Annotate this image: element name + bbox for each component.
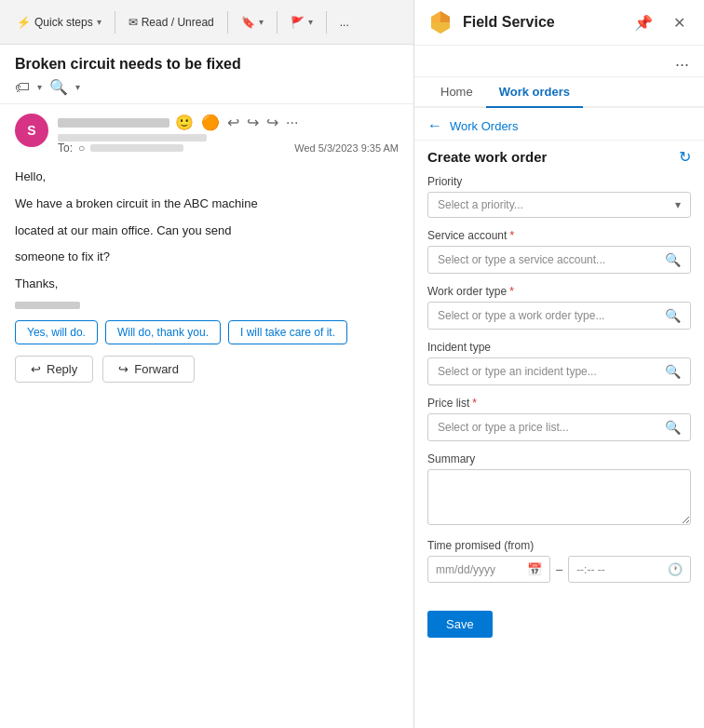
service-account-input[interactable]: Select or type a service account... 🔍 [427,246,691,274]
envelope-icon: ✉ [129,16,138,29]
summary-label: Summary [427,452,691,465]
summary-textarea[interactable] [427,469,691,525]
work-order-type-input[interactable]: Select or type a work order type... 🔍 [427,302,691,330]
quick-steps-button[interactable]: ⚡ Quick steps ▾ [9,12,109,33]
service-account-label-text: Service account [427,229,507,242]
more-email-icon[interactable]: ··· [286,115,298,131]
date-placeholder: mm/dd/yyyy [436,563,495,576]
email-meta-icons: 🙂 🟠 ↩ ↪ ↪ ··· [175,114,298,131]
email-subject-title: Broken circuit needs to be fixed [15,56,399,73]
work-orders-nav-title[interactable]: Work Orders [450,119,518,133]
zoom-chevron-icon: ▾ [75,82,80,92]
left-panel: ⚡ Quick steps ▾ ✉ Read / Unread 🔖 ▾ 🚩 ▾ … [0,0,414,728]
to-row: To: ○ Wed 5/3/2023 9:35 AM [58,142,399,155]
time-input[interactable]: --:-- -- 🕐 [568,556,691,583]
form-content: Create work order ↻ Priority Select a pr… [414,141,704,728]
work-order-type-label-text: Work order type [427,285,507,298]
priority-chevron-icon: ▾ [675,198,681,211]
field-service-title: Field Service [463,14,619,31]
save-button[interactable]: Save [427,611,493,638]
date-input[interactable]: mm/dd/yyyy 📅 [427,556,550,583]
forward-arrow-icon: ↪ [118,362,129,376]
quick-reply-2[interactable]: Will do, thank you. [105,320,221,344]
summary-field: Summary [427,452,691,528]
toolbar-divider-2 [227,11,228,34]
price-list-label: Price list * [427,397,691,410]
tab-home[interactable]: Home [427,77,486,108]
tag-chevron-icon: ▾ [37,82,42,92]
toolbar-divider-1 [115,11,115,34]
work-order-type-search-icon: 🔍 [665,308,681,323]
priority-placeholder: Select a priority... [438,198,523,211]
quick-reply-1[interactable]: Yes, will do. [15,320,98,344]
toolbar-divider-3 [277,11,278,34]
incident-type-input[interactable]: Select or type an incident type... 🔍 [427,357,691,385]
work-order-type-label: Work order type * [427,285,691,298]
clock-icon: 🕐 [668,562,683,576]
right-header: Field Service 📌 ✕ [414,0,704,46]
lightning-icon: ⚡ [17,16,31,29]
reply-all-icon[interactable]: ↪ [247,114,259,131]
flag-icon: 🚩 [291,16,305,29]
pin-button[interactable]: 📌 [629,12,658,34]
read-unread-button[interactable]: ✉ Read / Unread [121,12,222,33]
price-list-input[interactable]: Select or type a price list... 🔍 [427,413,691,441]
reply-label: Reply [47,362,77,376]
toolbar: ⚡ Quick steps ▾ ✉ Read / Unread 🔖 ▾ 🚩 ▾ … [0,0,413,45]
more-options-button[interactable]: ... [673,49,691,73]
read-unread-label: Read / Unread [142,16,214,29]
time-promised-label: Time promised (from) [427,539,691,552]
body-line2: located at our main office. Can you send [15,222,399,241]
thanks: Thanks, [15,275,399,294]
incident-type-search-icon: 🔍 [665,364,681,379]
work-order-type-placeholder: Select or type a work order type... [438,309,604,322]
forward-button[interactable]: ↪ Forward [102,356,195,383]
body-line3: someone to fix it? [15,248,399,267]
email-header: S 🙂 🟠 ↩ ↪ ↪ ··· To: ○ [15,114,399,156]
email-meta: 🙂 🟠 ↩ ↪ ↪ ··· To: ○ Wed 5/3/2023 9:35 AM [58,114,399,156]
emoji-icon[interactable]: 🙂 [175,114,194,131]
tag-icon-button[interactable]: 🏷 [15,79,30,96]
bookmark-chevron-icon: ▾ [259,17,264,27]
flag-button[interactable]: 🔖 ▾ [234,12,271,33]
work-order-type-required: * [509,285,514,298]
reply-arrow-icon: ↩ [31,362,41,376]
close-panel-button[interactable]: ✕ [668,12,691,34]
priority-label: Priority [427,175,691,188]
sender-name [58,118,169,128]
tab-work-orders[interactable]: Work orders [486,77,583,108]
time-dash: – [556,562,562,576]
quick-reply-3[interactable]: I will take care of it. [228,320,347,344]
quick-steps-chevron-icon: ▾ [97,17,102,27]
zoom-button[interactable]: 🔍 [49,78,68,96]
back-button[interactable]: ← [427,117,442,134]
to-label: To: [58,142,73,155]
work-orders-nav: ← Work Orders [414,108,704,141]
time-row: mm/dd/yyyy 📅 – --:-- -- 🕐 [427,556,691,583]
priority-select[interactable]: Select a priority... ▾ [427,192,691,218]
sender-email [58,134,207,142]
right-panel: Field Service 📌 ✕ ... Home Work orders ←… [414,0,704,728]
more-toolbar-button[interactable]: ... [332,12,357,33]
incident-type-field: Incident type Select or type an incident… [427,341,691,385]
form-title: Create work order [427,149,547,165]
email-content: Hello, We have a broken circuit in the A… [15,168,399,309]
forward-label: Forward [134,362,179,376]
reply-icon[interactable]: ↩ [227,114,239,131]
refresh-button[interactable]: ↻ [679,148,691,166]
radio-icon: ○ [78,142,85,155]
flag-red-button[interactable]: 🚩 ▾ [283,12,320,33]
price-list-field: Price list * Select or type a price list… [427,397,691,441]
incident-type-placeholder: Select or type an incident type... [438,365,597,378]
svg-marker-1 [440,11,450,22]
forward-icon-header[interactable]: ↪ [266,114,278,131]
price-list-label-text: Price list [427,397,469,410]
price-list-placeholder: Select or type a price list... [438,421,569,434]
form-section: Create work order ↻ Priority Select a pr… [414,141,704,601]
service-account-placeholder: Select or type a service account... [438,253,605,266]
time-promised-field: Time promised (from) mm/dd/yyyy 📅 – --:-… [427,539,691,583]
tabs-row: Home Work orders [414,77,704,108]
price-list-search-icon: 🔍 [665,420,681,435]
quick-replies: Yes, will do. Will do, thank you. I will… [15,320,399,344]
reply-button[interactable]: ↩ Reply [15,356,93,383]
